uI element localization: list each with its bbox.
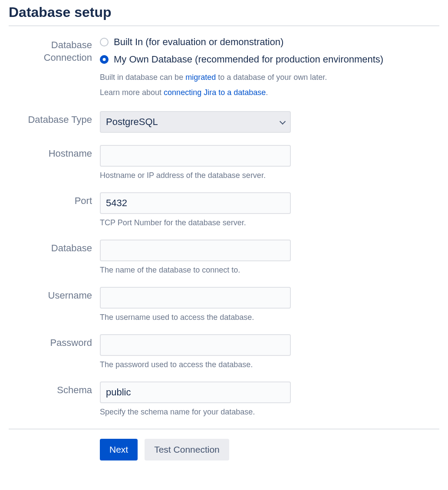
select-database-type[interactable]: PostgreSQL [100, 111, 291, 133]
radio-own-database-label: My Own Database (recommended for product… [114, 54, 383, 65]
page-title: Database setup [9, 4, 439, 26]
label-username: Username [9, 287, 100, 302]
row-password: Password The password used to access the… [9, 334, 439, 369]
link-connecting-jira[interactable]: connecting Jira to a database [164, 88, 266, 97]
chevron-down-icon [280, 118, 286, 125]
radio-built-in-label: Built In (for evaluation or demonstratio… [114, 36, 283, 48]
row-schema: Schema Specify the schema name for your … [9, 381, 439, 417]
password-input[interactable] [100, 334, 291, 356]
test-connection-button[interactable]: Test Connection [145, 439, 229, 460]
label-schema: Schema [9, 381, 100, 397]
username-input[interactable] [100, 287, 291, 309]
label-port: Port [9, 192, 100, 207]
label-hostname: Hostname [9, 145, 100, 160]
label-password: Password [9, 334, 100, 349]
row-connection: Database Connection Built In (for evalua… [9, 36, 439, 99]
label-database: Database [9, 240, 100, 255]
radio-icon [100, 55, 109, 64]
label-connection: Database Connection [9, 36, 100, 64]
row-dbtype: Database Type PostgreSQL [9, 111, 439, 133]
connection-help-1: Built in database can be migrated to a d… [100, 71, 438, 84]
hostname-input[interactable] [100, 145, 291, 167]
connection-help-2: Learn more about connecting Jira to a da… [100, 86, 438, 99]
row-username: Username The username used to access the… [9, 287, 439, 322]
radio-own-database[interactable]: My Own Database (recommended for product… [100, 54, 438, 65]
username-desc: The username used to access the database… [100, 313, 438, 322]
next-button[interactable]: Next [100, 439, 138, 460]
schema-desc: Specify the schema name for your databas… [100, 408, 438, 417]
label-dbtype: Database Type [9, 111, 100, 126]
radio-icon [100, 38, 109, 46]
radio-built-in[interactable]: Built In (for evaluation or demonstratio… [100, 36, 438, 48]
select-database-type-value: PostgreSQL [106, 116, 158, 128]
port-desc: TCP Port Number for the database server. [100, 218, 438, 227]
password-desc: The password used to access the database… [100, 360, 438, 369]
row-port: Port TCP Port Number for the database se… [9, 192, 439, 227]
link-migrated[interactable]: migrated [185, 73, 216, 82]
row-database: Database The name of the database to con… [9, 240, 439, 275]
divider [9, 429, 439, 429]
hostname-desc: Hostname or IP address of the database s… [100, 171, 438, 180]
row-hostname: Hostname Hostname or IP address of the d… [9, 145, 439, 180]
port-input[interactable] [100, 192, 291, 214]
database-input[interactable] [100, 240, 291, 261]
schema-input[interactable] [100, 381, 291, 403]
actions: Next Test Connection [100, 439, 439, 460]
database-desc: The name of the database to connect to. [100, 266, 438, 275]
